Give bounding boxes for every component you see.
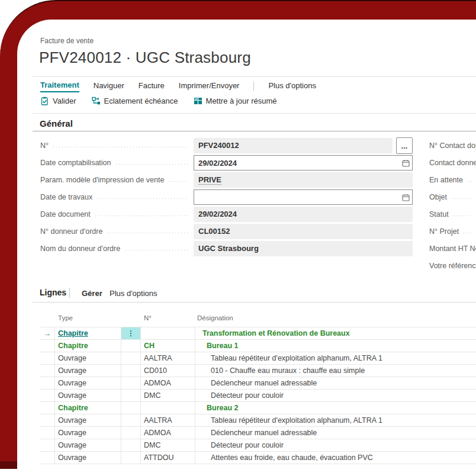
update-summary-icon xyxy=(194,97,202,105)
cell-type[interactable]: Chapitre xyxy=(55,402,121,414)
row-menu-cell[interactable]: ⋮ xyxy=(121,327,141,339)
cell-type[interactable]: Ouvrage xyxy=(55,390,121,401)
cell-no[interactable]: CD010 xyxy=(141,365,195,377)
row-gutter-cell xyxy=(40,427,55,439)
cell-type[interactable]: Ouvrage xyxy=(55,439,121,451)
split-schedule-icon xyxy=(92,97,101,105)
field-value-nom-donneur-ordre[interactable]: UGC Strasbourg xyxy=(194,241,413,256)
cell-type[interactable]: Ouvrage xyxy=(55,427,121,439)
table-row[interactable]: OuvrageAALTRATableau répétiteur d'exploi… xyxy=(40,414,476,427)
table-row[interactable]: OuvrageADMOADéclencheur manuel adressabl… xyxy=(40,427,476,439)
cell-designation-text: Attentes eau froide, eau chaude, évacuat… xyxy=(211,454,373,462)
row-menu-cell xyxy=(121,352,141,364)
cell-no[interactable]: AALTRA xyxy=(141,414,195,426)
field-label-no-donneur-ordre: N° donneur d'ordre xyxy=(40,227,194,236)
row-gutter-cell xyxy=(40,390,55,401)
cell-type[interactable]: Ouvrage xyxy=(55,352,121,364)
cell-designation[interactable]: Détecteur pour couloir xyxy=(195,439,476,451)
valider-label: Valider xyxy=(53,97,76,105)
table-row[interactable]: OuvrageDMCDétecteur pour couloir xyxy=(40,439,476,452)
cell-designation[interactable]: Transformation et Rénovation de Bureaux xyxy=(195,327,476,339)
cell-designation[interactable]: 010 - Chauffe eau muraux : chauffe eau s… xyxy=(195,365,476,377)
table-row[interactable]: OuvrageDMCDétecteur pour couloir xyxy=(40,390,476,402)
field-label-text: Votre référence xyxy=(429,262,476,270)
tab-plus-options[interactable]: Plus d'options xyxy=(268,81,316,92)
cell-no-text: ADMOA xyxy=(144,429,171,437)
cell-type[interactable]: Chapitre xyxy=(55,340,121,352)
table-row[interactable]: OuvrageCD010010 - Chauffe eau muraux : c… xyxy=(40,365,476,377)
cell-no-text: ATTDOU xyxy=(144,454,173,462)
cell-type[interactable]: Ouvrage xyxy=(55,414,121,426)
row-menu-cell xyxy=(121,390,141,401)
field-value-no-donneur-ordre[interactable]: CL00152 xyxy=(194,224,413,239)
field-label-text: N° Contact donne xyxy=(429,141,476,150)
cell-designation[interactable]: Déclencheur manuel adressable xyxy=(195,377,476,389)
assist-edit-button[interactable]: ... xyxy=(396,137,413,154)
field-value-date-document[interactable]: 29/02/2024 xyxy=(194,207,413,222)
field-value-no[interactable]: PFV240012 xyxy=(194,138,393,153)
cell-type[interactable]: Ouvrage xyxy=(55,377,121,389)
cell-designation[interactable]: Tableau répétiteur d'exploitation alphan… xyxy=(195,352,476,364)
row-gutter-cell xyxy=(40,377,55,389)
cell-type[interactable]: Ouvrage xyxy=(55,452,121,464)
row-menu-cell xyxy=(121,452,141,464)
field-label-text: Nom du donneur d'ordre xyxy=(40,245,120,253)
cell-no[interactable]: DMC xyxy=(141,439,195,451)
cell-type[interactable]: Ouvrage xyxy=(55,365,121,377)
table-row[interactable]: →Chapitre⋮Transformation et Rénovation d… xyxy=(40,327,476,340)
field-row-date-comptabilisation: Date comptabilisation xyxy=(40,155,413,171)
cell-no-text: DMC xyxy=(144,391,160,400)
cell-designation-text: Déclencheur manuel adressable xyxy=(211,429,317,437)
table-row[interactable]: OuvrageATTDOUAttentes eau froide, eau ch… xyxy=(40,452,476,464)
cell-designation-text: Déclencheur manuel adressable xyxy=(211,379,317,387)
tab-imprimer-envoyer[interactable]: Imprimer/Envoyer xyxy=(179,81,240,92)
breadcrumb[interactable]: Facture de vente xyxy=(40,37,94,45)
cell-no[interactable] xyxy=(141,327,195,339)
cell-designation[interactable]: Déclencheur manuel adressable xyxy=(195,427,476,439)
cell-designation[interactable]: Bureau 2 xyxy=(195,402,476,414)
tab-traitement[interactable]: Traitement xyxy=(40,81,79,92)
right-field-label-7: Votre référence xyxy=(429,258,476,274)
cell-no-text: CD010 xyxy=(144,366,167,375)
column-header-designation[interactable]: Désignation xyxy=(197,314,233,321)
table-row[interactable]: OuvrageAALTRATableau répétiteur d'exploi… xyxy=(40,352,476,365)
table-row[interactable]: OuvrageADMOADéclencheur manuel adressabl… xyxy=(40,377,476,390)
cell-no[interactable]: DMC xyxy=(141,390,195,401)
lines-gerer-button[interactable]: Gérer xyxy=(82,289,102,298)
cell-designation[interactable]: Détecteur pour couloir xyxy=(195,390,476,401)
cell-no[interactable]: ADMOA xyxy=(141,377,195,389)
cell-no[interactable]: CH xyxy=(141,340,195,352)
cell-no[interactable] xyxy=(141,402,195,414)
cell-type-text: Ouvrage xyxy=(58,391,86,400)
field-input-date-comptabilisation[interactable] xyxy=(194,155,413,171)
table-row[interactable]: ChapitreCHBureau 1 xyxy=(40,340,476,352)
cell-designation[interactable]: Tableau répétiteur d'exploitation alphan… xyxy=(195,414,476,426)
right-field-label-5: N° Projet xyxy=(429,224,476,239)
valider-button[interactable]: Valider xyxy=(40,97,76,105)
dotted-leader xyxy=(53,147,189,147)
column-header-no[interactable]: N° xyxy=(144,314,152,321)
calendar-icon[interactable] xyxy=(402,159,410,169)
tab-facture[interactable]: Facture xyxy=(139,81,165,92)
cell-no[interactable]: ADMOA xyxy=(141,427,195,439)
field-input-date-de-travaux[interactable] xyxy=(194,189,413,205)
mettre-a-jour-resume-button[interactable]: Mettre à jour résumé xyxy=(194,97,277,105)
eclatement-echeance-label: Eclatement échéance xyxy=(104,97,178,105)
cell-no-text: AALTRA xyxy=(144,354,172,362)
field-value-param-modele-impression[interactable]: PRIVE xyxy=(194,172,413,188)
field-row-param-modele-impression: Param. modèle d'impression de ventePRIVE xyxy=(40,172,413,188)
right-field-label-3: Objet xyxy=(429,189,476,205)
cell-no[interactable]: AALTRA xyxy=(141,352,195,364)
tab-naviguer[interactable]: Naviguer xyxy=(94,81,124,92)
cell-designation[interactable]: Bureau 1 xyxy=(195,340,476,352)
cell-type[interactable]: Chapitre xyxy=(55,327,121,339)
column-header-type[interactable]: Type xyxy=(58,314,73,321)
lines-plus-options-button[interactable]: Plus d'options xyxy=(110,289,157,298)
eclatement-echeance-button[interactable]: Eclatement échéance xyxy=(92,97,178,105)
menu-divider xyxy=(253,82,254,91)
table-row[interactable]: ChapitreBureau 2 xyxy=(40,402,476,414)
dotted-leader xyxy=(454,216,471,216)
calendar-icon[interactable] xyxy=(402,193,410,204)
cell-designation[interactable]: Attentes eau froide, eau chaude, évacuat… xyxy=(195,452,476,464)
cell-no[interactable]: ATTDOU xyxy=(141,452,195,464)
